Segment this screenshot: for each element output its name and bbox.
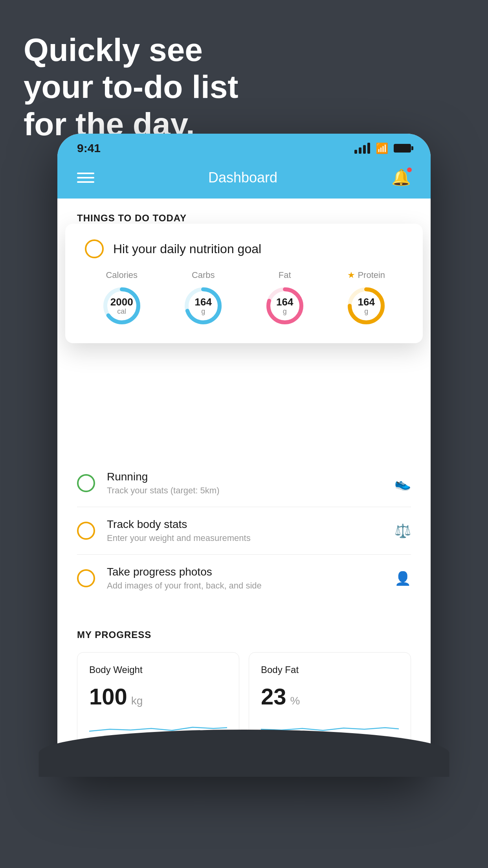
body-fat-card-title: Body Fat bbox=[261, 664, 399, 675]
shoe-icon: 👟 bbox=[394, 475, 411, 491]
body-weight-number: 100 bbox=[89, 683, 127, 710]
status-icons: 📶 bbox=[354, 142, 411, 154]
app-header: Dashboard 🔔 bbox=[57, 160, 431, 199]
calories-value: 2000 bbox=[110, 296, 133, 308]
protein-label: ★ Protein bbox=[347, 270, 385, 280]
nutrition-calories: Calories 2000 cal bbox=[100, 270, 143, 327]
notification-dot bbox=[406, 167, 413, 173]
todo-content-body-stats: Track body stats Enter your weight and m… bbox=[107, 518, 383, 543]
todo-title-body-stats: Track body stats bbox=[107, 518, 383, 531]
todo-subtitle-body-stats: Enter your weight and measurements bbox=[107, 533, 383, 543]
battery-icon bbox=[394, 144, 411, 153]
nutrition-fat: Fat 164 g bbox=[263, 270, 306, 327]
carbs-label: Carbs bbox=[192, 270, 215, 280]
phone-screen: 9:41 📶 Dashboard 🔔 bbox=[57, 134, 431, 777]
hamburger-menu-button[interactable] bbox=[77, 173, 94, 183]
body-fat-unit: % bbox=[290, 695, 300, 707]
protein-value: 164 bbox=[358, 296, 375, 308]
calories-unit: cal bbox=[110, 307, 133, 315]
todo-content-photos: Take progress photos Add images of your … bbox=[107, 566, 383, 591]
nutrition-card-title: Hit your daily nutrition goal bbox=[113, 242, 261, 256]
todo-circle-body-stats bbox=[77, 522, 95, 540]
todo-subtitle-photos: Add images of your front, back, and side bbox=[107, 581, 383, 591]
phone-mockup: 9:41 📶 Dashboard 🔔 bbox=[57, 134, 431, 777]
fat-value: 164 bbox=[276, 296, 293, 308]
carbs-unit: g bbox=[195, 307, 212, 315]
status-time: 9:41 bbox=[77, 142, 101, 155]
todo-title-running: Running bbox=[107, 471, 383, 483]
todo-title-photos: Take progress photos bbox=[107, 566, 383, 578]
todo-item-photos[interactable]: Take progress photos Add images of your … bbox=[77, 555, 411, 602]
body-weight-unit: kg bbox=[131, 695, 143, 707]
fat-label: Fat bbox=[279, 270, 291, 280]
calories-label: Calories bbox=[106, 270, 138, 280]
signal-icon bbox=[354, 143, 370, 154]
todo-circle-running bbox=[77, 474, 95, 492]
todo-content-running: Running Track your stats (target: 5km) bbox=[107, 471, 383, 496]
person-icon: 👤 bbox=[394, 570, 411, 586]
nutrition-highlight-card[interactable]: Hit your daily nutrition goal Calories bbox=[65, 224, 423, 343]
fat-unit: g bbox=[276, 307, 293, 315]
header-title: Dashboard bbox=[208, 169, 277, 186]
hero-text: Quickly see your to-do list for the day. bbox=[24, 31, 238, 143]
things-todo-title: THINGS TO DO TODAY bbox=[77, 213, 411, 224]
wifi-icon: 📶 bbox=[376, 142, 388, 154]
things-todo-section: THINGS TO DO TODAY Hit your daily nutrit… bbox=[57, 199, 431, 349]
body-weight-card-title: Body Weight bbox=[89, 664, 227, 675]
fat-donut: 164 g bbox=[263, 284, 306, 327]
status-bar: 9:41 📶 bbox=[57, 134, 431, 160]
protein-donut: 164 g bbox=[345, 284, 388, 327]
protein-unit: g bbox=[358, 307, 375, 315]
todo-item-body-stats[interactable]: Track body stats Enter your weight and m… bbox=[77, 507, 411, 555]
body-weight-value-row: 100 kg bbox=[89, 683, 227, 710]
carbs-donut: 164 g bbox=[182, 284, 225, 327]
body-fat-number: 23 bbox=[261, 683, 286, 710]
todo-item-running[interactable]: Running Track your stats (target: 5km) 👟 bbox=[77, 460, 411, 507]
bottom-decoration bbox=[39, 730, 449, 777]
nutrition-carbs: Carbs 164 g bbox=[182, 270, 225, 327]
notification-bell-button[interactable]: 🔔 bbox=[391, 168, 411, 187]
calories-donut: 2000 cal bbox=[100, 284, 143, 327]
progress-title: MY PROGRESS bbox=[77, 629, 411, 640]
carbs-value: 164 bbox=[195, 296, 212, 308]
star-icon: ★ bbox=[347, 270, 355, 280]
nutrition-protein: ★ Protein 164 bbox=[345, 270, 388, 327]
todo-list: Running Track your stats (target: 5km) 👟… bbox=[57, 460, 431, 602]
todo-circle-photos bbox=[77, 569, 95, 587]
app-body: THINGS TO DO TODAY Hit your daily nutrit… bbox=[57, 199, 431, 777]
body-fat-value-row: 23 % bbox=[261, 683, 399, 710]
task-circle-nutrition bbox=[85, 239, 104, 258]
todo-subtitle-running: Track your stats (target: 5km) bbox=[107, 485, 383, 496]
scale-icon: ⚖️ bbox=[394, 523, 411, 539]
nutrition-stats-row: Calories 2000 cal bbox=[85, 270, 403, 327]
